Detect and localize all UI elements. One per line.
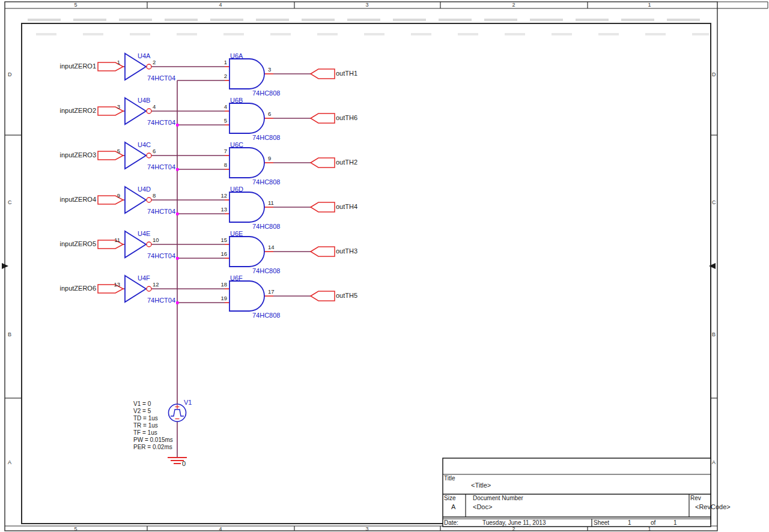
titleblock-sheet-total: 1 — [673, 519, 677, 527]
pin-number: 2 — [153, 59, 156, 66]
pin-number: 9 — [268, 156, 271, 162]
refdes[interactable]: U4C — [138, 141, 151, 149]
refdes[interactable]: U4F — [138, 274, 150, 282]
titleblock-sheet-number: 1 — [628, 519, 631, 527]
part-number[interactable]: 74HCT04 — [147, 208, 175, 216]
alignment-arrows — [2, 263, 716, 269]
source-param[interactable]: TR = 1us — [133, 422, 158, 429]
row-label: B — [8, 331, 11, 337]
source-param[interactable]: TD = 1us — [133, 415, 158, 422]
input-port-label[interactable]: inputZERO6 — [42, 285, 96, 292]
input-port-label[interactable]: inputZERO5 — [42, 240, 96, 248]
pin-number: 11 — [268, 200, 274, 207]
part-number[interactable]: 74HC808 — [252, 89, 280, 97]
pin-number: 1 — [215, 59, 227, 66]
row-label: D — [8, 71, 12, 77]
row-label: B — [712, 331, 716, 337]
pin-number: 8 — [153, 193, 156, 199]
output-port-label[interactable]: outTH1 — [336, 70, 357, 77]
pin-number: 1 — [106, 59, 120, 66]
col-label: 5 — [70, 2, 82, 8]
refdes[interactable]: U6C — [230, 141, 243, 149]
refdes[interactable]: V1 — [184, 399, 192, 407]
part-number[interactable]: 74HC808 — [252, 312, 280, 319]
and-gate-U6D[interactable] — [229, 192, 264, 222]
pulse-source-V1[interactable] — [169, 404, 186, 422]
refdes[interactable]: U4E — [138, 230, 150, 238]
pin-number: 8 — [215, 162, 227, 169]
pin-number: 17 — [268, 289, 275, 295]
pin-number: 4 — [153, 104, 156, 110]
titleblock-size-value: A — [451, 503, 455, 511]
output-port-outTH1[interactable] — [311, 69, 335, 79]
ground-label: 0 — [182, 460, 186, 468]
refdes[interactable]: U6A — [230, 52, 243, 60]
refdes[interactable]: U4D — [138, 186, 151, 193]
source-param[interactable]: V1 = 0 — [133, 401, 151, 408]
and-gate-U6C[interactable] — [229, 148, 264, 178]
col-label: 3 — [361, 2, 373, 8]
row-label: C — [712, 199, 716, 205]
source-param[interactable]: PW = 0.015ms — [133, 437, 173, 444]
col-label: 1 — [643, 2, 655, 8]
output-port-outTH3[interactable] — [311, 247, 335, 256]
schematic-page: 5 4 3 2 1 5 4 3 2 1 D C B A D C B A inpu… — [0, 0, 769, 532]
part-number[interactable]: 74HC808 — [252, 267, 280, 275]
input-port-label[interactable]: inputZERO1 — [42, 62, 96, 70]
part-number[interactable]: 74HC808 — [252, 134, 280, 142]
refdes[interactable]: U6D — [230, 186, 243, 193]
pin-number: 6 — [153, 148, 156, 155]
row-label: C — [8, 199, 12, 205]
titleblock-date-value: Tuesday, June 11, 2013 — [482, 519, 546, 527]
output-port-label[interactable]: outTH6 — [336, 114, 357, 122]
part-number[interactable]: 74HC808 — [252, 223, 280, 231]
refdes[interactable]: U4B — [138, 97, 150, 104]
output-port-outTH5[interactable] — [311, 291, 335, 301]
and-gate-U6F[interactable] — [229, 281, 264, 311]
pin-number: 5 — [106, 148, 120, 155]
and-gate-U6A[interactable] — [229, 59, 264, 89]
output-port-outTH4[interactable] — [311, 202, 335, 212]
titleblock-doc-value[interactable]: <Doc> — [473, 503, 492, 511]
pin-number: 12 — [153, 282, 159, 288]
part-number[interactable]: 74HCT04 — [147, 252, 175, 260]
pin-number: 9 — [106, 193, 120, 199]
source-param[interactable]: PER = 0.02ms — [133, 444, 172, 451]
pin-number: 4 — [215, 104, 227, 110]
output-port-outTH6[interactable] — [311, 113, 335, 123]
and-gate-U6E[interactable] — [229, 237, 264, 267]
input-port-label[interactable]: inputZERO3 — [42, 151, 96, 159]
part-number[interactable]: 74HC808 — [252, 178, 280, 186]
col-label: 3 — [361, 526, 373, 532]
titleblock-title-value[interactable]: <Title> — [471, 482, 491, 489]
titleblock-doc-label: Document Number — [473, 495, 523, 502]
input-port-label[interactable]: inputZERO4 — [42, 196, 96, 204]
pin-number: 3 — [106, 104, 120, 110]
titleblock-size-label: Size — [444, 495, 455, 502]
part-number[interactable]: 74HCT04 — [147, 163, 175, 171]
titleblock-title-label: Title — [444, 475, 455, 482]
output-port-outTH2[interactable] — [311, 158, 335, 168]
schematic-canvas — [0, 0, 769, 532]
source-param[interactable]: V2 = 5 — [133, 408, 151, 415]
title-block-lines — [443, 458, 711, 527]
refdes[interactable]: U6B — [230, 97, 243, 104]
ports — [98, 62, 335, 301]
refdes[interactable]: U6F — [230, 274, 243, 282]
part-number[interactable]: 74HCT04 — [147, 297, 175, 304]
pin-number: 13 — [106, 282, 120, 288]
and-gate-U6B[interactable] — [229, 103, 264, 133]
part-number[interactable]: 74HCT04 — [147, 119, 175, 127]
refdes[interactable]: U4A — [138, 52, 150, 60]
refdes[interactable]: U6E — [230, 230, 243, 238]
pin-number: 14 — [268, 244, 275, 251]
output-port-label[interactable]: outTH2 — [336, 159, 357, 166]
part-number[interactable]: 74HCT04 — [147, 74, 175, 82]
output-port-label[interactable]: outTH4 — [336, 203, 357, 211]
source-param[interactable]: TF = 1us — [133, 429, 157, 437]
output-port-label[interactable]: outTH5 — [336, 292, 357, 300]
input-port-label[interactable]: inputZERO2 — [42, 107, 96, 115]
titleblock-rev-value[interactable]: <RevCode> — [695, 503, 731, 511]
output-port-label[interactable]: outTH3 — [336, 247, 357, 255]
pin-number: 12 — [215, 193, 227, 199]
